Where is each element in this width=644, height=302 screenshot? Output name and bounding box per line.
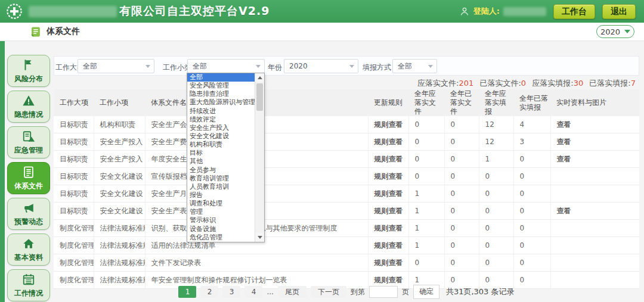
dropdown-option[interactable]: 危化品管理 bbox=[187, 233, 255, 242]
chevron-down-icon bbox=[145, 65, 150, 68]
table-cell: 0 bbox=[479, 237, 513, 254]
table-cell: 法律法规标准辨识 bbox=[94, 220, 145, 237]
scroll-down-icon[interactable] bbox=[255, 233, 264, 242]
logout-button[interactable]: 退出 bbox=[602, 4, 636, 19]
sidebar-item-warning-updates[interactable]: 预警动态 bbox=[7, 198, 50, 230]
dropdown-option[interactable]: 隐患排查治理 bbox=[187, 90, 255, 98]
dropdown-option[interactable]: 安全生产投入 bbox=[187, 124, 255, 132]
rule-view-link[interactable]: 规则查看 bbox=[368, 254, 408, 272]
sidebar-item-work-status[interactable]: 工作情况 bbox=[7, 269, 50, 301]
scrollbar-thumb[interactable] bbox=[256, 83, 263, 111]
sidebar-item-basic-data[interactable]: 基本资料 bbox=[7, 233, 50, 266]
dropdown-option[interactable]: 绩效评定 bbox=[187, 116, 255, 124]
material-view-link[interactable]: 查看 bbox=[550, 203, 639, 220]
report-method-select[interactable]: 全部 bbox=[392, 59, 437, 73]
table-cell: 0 bbox=[479, 168, 513, 185]
goto-confirm-button[interactable]: 确定 bbox=[413, 285, 439, 299]
material-view-link[interactable]: 查看 bbox=[550, 151, 639, 168]
document-icon bbox=[8, 166, 49, 181]
last-page-button[interactable]: 尾页 bbox=[278, 286, 306, 298]
table-header-row: 工作大项 工作小项 体系文件名称 更新规则 全年应落实文件 全年已落实文件 全年… bbox=[54, 89, 639, 116]
dropdown-option[interactable]: 安全文化建设 bbox=[187, 132, 255, 141]
rule-view-link[interactable]: 规则查看 bbox=[368, 168, 408, 185]
dropdown-option[interactable]: 重大危险源辨识与管理 bbox=[187, 98, 255, 107]
rule-view-link[interactable]: 规则查看 bbox=[368, 220, 408, 237]
dropdown-option[interactable]: 警示标识 bbox=[187, 216, 255, 225]
table-cell: 4 bbox=[513, 116, 550, 133]
dropdown-option[interactable]: 人员教育培训 bbox=[187, 183, 255, 191]
table-cell: 0 bbox=[408, 168, 444, 185]
table-cell: 0 bbox=[444, 185, 479, 203]
dropdown-option[interactable]: 持续改进 bbox=[187, 107, 255, 116]
dropdown-option[interactable]: 安全风险管理 bbox=[187, 82, 255, 90]
material-view-link[interactable]: 查看 bbox=[550, 133, 639, 151]
table-row: 制度化管理法律法规标准辨识适用的法律法规清单规则查看1000 bbox=[54, 237, 639, 254]
sidebar-item-risk-distribution[interactable]: 风险分布 bbox=[7, 55, 50, 87]
table-cell: 目标职责 bbox=[54, 116, 94, 133]
redacted-username bbox=[503, 7, 546, 16]
dropdown-option[interactable]: 设备设施 bbox=[187, 225, 255, 233]
dropdown-option[interactable]: 目标 bbox=[187, 149, 255, 157]
dropdown-option[interactable]: 教育培训管理 bbox=[187, 175, 255, 183]
table-cell: 0 bbox=[444, 116, 479, 133]
table-cell: 0 bbox=[444, 237, 479, 254]
dropdown-option[interactable]: 调查和处理 bbox=[187, 200, 255, 208]
year-filter-select[interactable]: 2020 bbox=[284, 59, 358, 73]
table-cell: 12 bbox=[479, 116, 513, 133]
work-category-select[interactable]: 全部 bbox=[78, 59, 154, 73]
dropdown-scrollbar[interactable] bbox=[255, 73, 264, 242]
material-view-link[interactable]: 查看 bbox=[550, 116, 639, 133]
table-cell: 1 bbox=[408, 220, 444, 237]
sidebar-item-system-documents[interactable]: 体系文件 bbox=[7, 162, 50, 194]
goto-page-input[interactable] bbox=[369, 286, 398, 298]
table-cell: 目标职责 bbox=[54, 151, 94, 168]
dropdown-option[interactable]: 报告 bbox=[187, 191, 255, 200]
table-cell bbox=[550, 254, 639, 272]
page-button-4[interactable]: 4 bbox=[244, 286, 262, 298]
rule-view-link[interactable]: 规则查看 bbox=[368, 151, 408, 168]
page-button-1[interactable]: 1 bbox=[178, 286, 196, 298]
sidebar-item-hazard-status[interactable]: 隐患情况 bbox=[7, 91, 50, 123]
table-cell: 机构和职责 bbox=[94, 116, 145, 133]
document-page-icon bbox=[31, 27, 41, 37]
dropdown-option-list: 全部安全风险管理隐患排查治理重大危险源辨识与管理持续改进绩效评定安全生产投入安全… bbox=[187, 73, 255, 242]
year-selector[interactable]: 2020 bbox=[596, 25, 634, 38]
table-cell: 0 bbox=[408, 116, 444, 133]
goto-page-suffix: 页 bbox=[402, 287, 409, 297]
table-cell: 制度化管理 bbox=[54, 237, 94, 254]
table-cell bbox=[550, 168, 639, 185]
breadcrumb-bar: 体系文件 2020 bbox=[0, 23, 644, 41]
rule-view-link[interactable]: 规则查看 bbox=[368, 203, 408, 220]
megaphone-icon bbox=[8, 201, 49, 217]
workbench-button[interactable]: 工作台 bbox=[553, 4, 595, 19]
sidebar-nav: 风险分布 隐患情况 应急管理 体系文件 预警动态 基本资料 工作情况 bbox=[7, 55, 50, 301]
scroll-up-icon[interactable] bbox=[255, 73, 264, 82]
work-subcategory-select[interactable]: 全部 bbox=[187, 59, 265, 73]
sidebar-item-emergency-management[interactable]: 应急管理 bbox=[7, 126, 50, 158]
dropdown-option[interactable]: 全员参与 bbox=[187, 166, 255, 175]
next-page-button[interactable]: 下一页 bbox=[311, 286, 346, 298]
table-cell bbox=[550, 185, 639, 203]
rule-view-link[interactable]: 规则查看 bbox=[368, 133, 408, 151]
rule-view-link[interactable]: 规则查看 bbox=[368, 185, 408, 203]
table-cell: 0 bbox=[408, 151, 444, 168]
table-row: 目标职责安全文化建设宣传版报档案规则查看0000 bbox=[54, 168, 639, 185]
dropdown-option[interactable]: 管理 bbox=[187, 208, 255, 216]
dropdown-option[interactable]: 全部 bbox=[187, 73, 255, 82]
col-header-work-major: 工作大项 bbox=[54, 89, 94, 116]
dropdown-option[interactable]: 机构和职责 bbox=[187, 141, 255, 149]
page-button-2[interactable]: 2 bbox=[200, 286, 218, 298]
table-row: 目标职责安全文化建设安全生产月活动记录规则查看1000 bbox=[54, 185, 639, 203]
page-button-3[interactable]: 3 bbox=[222, 286, 240, 298]
table-cell: 0 bbox=[479, 185, 513, 203]
pagination: 1 2 3 4 ... 尾页 下一页 到第 页 确定 共31页,303 条记录 bbox=[54, 285, 639, 299]
table-row: 制度化管理法律法规标准辨识识别、获取、评审安全生产法律法规与其他要求的管理制度规… bbox=[54, 220, 639, 237]
table-cell: 0 bbox=[513, 220, 550, 237]
pagination-ellipsis: ... bbox=[267, 288, 273, 296]
table-cell: 目标职责 bbox=[54, 203, 94, 220]
chevron-down-icon bbox=[428, 65, 433, 68]
dropdown-option[interactable]: 其他 bbox=[187, 157, 255, 166]
stats-summary: 应落实文件:201 已落实文件:0 应落实填报:30 已落实填报:7 bbox=[54, 77, 636, 89]
rule-view-link[interactable]: 规则查看 bbox=[368, 237, 408, 254]
rule-view-link[interactable]: 规则查看 bbox=[368, 116, 408, 133]
